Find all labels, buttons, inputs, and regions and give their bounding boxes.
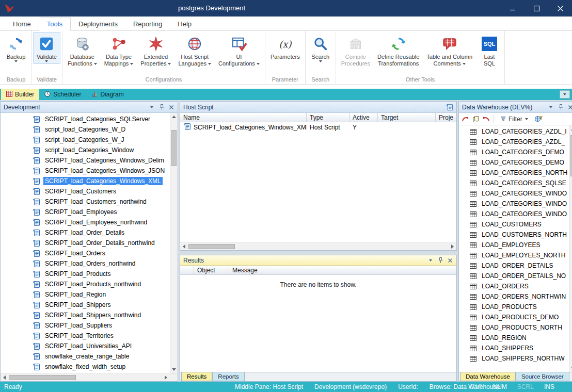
host-script-languages-button[interactable]: Host Script Languages [174,32,214,69]
tab-data-warehouse[interactable]: Data Warehouse [460,372,516,381]
minimize-button[interactable] [501,0,525,17]
close-icon[interactable] [168,104,174,110]
data-type-mappings-button[interactable]: Data Type Mappings [101,32,137,69]
script-tree-item[interactable]: snowflake_create_range_table [1,351,170,362]
table-and-column-comments-button[interactable]: Table and Column Comments [423,32,476,69]
script-tree-item[interactable]: SCRIPT_load_Employees_northwind [1,217,170,227]
script-tree-item[interactable]: SCRIPT_load_Customers [1,186,170,197]
table-tree-item[interactable]: LOAD_PRODUCTS_DEMO [459,312,569,322]
panel-menu-icon[interactable] [149,104,155,110]
script-tree-item[interactable]: SCRIPT_load_Territories [1,331,170,341]
search-button[interactable]: Search [307,32,334,64]
ui-configurations-button[interactable]: UI Configurations [215,32,263,69]
script-tree-item[interactable]: SCRIPT_load_Shippers_northwind [1,310,170,320]
table-tree-item[interactable]: LOAD_CATEGORIES_AZDL_ [459,137,569,147]
filter-globe-icon[interactable] [535,116,543,122]
script-tree-item[interactable]: SCRIPT_load_Order_Details [1,227,170,238]
pin-icon[interactable] [558,104,564,110]
table-tree-item[interactable]: LOAD_ORDERS_NORTHWIN [459,291,569,302]
table-tree-item[interactable]: LOAD_ORDER_DETAILS [459,260,569,271]
table-tree-item[interactable]: LOAD_CATEGORIES_NORTH [459,168,569,178]
close-icon[interactable] [567,104,572,110]
horizontal-scrollbar[interactable] [1,373,178,381]
tab-help[interactable]: Help [170,18,199,30]
tab-builder[interactable]: Builder [1,89,39,100]
tab-scheduler[interactable]: Scheduler [39,89,86,100]
tab-source-browser[interactable]: Source Browser [516,372,569,381]
table-tree-item[interactable]: LOAD_ORDERS [459,281,569,291]
script-tree-item[interactable]: SCRIPT_load_Universities_API [1,341,170,351]
script-tree-item[interactable]: script_load_Categories_W_D [1,124,170,135]
vertical-scrollbar[interactable] [170,113,178,373]
tab-reporting[interactable]: Reporting [125,18,170,30]
column-header-type[interactable]: Type [307,113,349,122]
tab-reports[interactable]: Reports [212,372,244,381]
horizontal-scrollbar[interactable] [180,242,456,250]
extended-properties-button[interactable]: Extended Properties [137,32,174,69]
script-tree-item[interactable]: SCRIPT_load_Products [1,269,170,279]
script-tree-item[interactable]: SCRIPT_load_Products_northwind [1,279,170,289]
table-tree-item[interactable]: LOAD_SHIPPERS_NORTHW [459,353,569,364]
script-tree-item[interactable]: SCRIPT_load_Order_Details_northwind [1,238,170,248]
table-tree-item[interactable]: LOAD_SHIPPERS [459,343,569,353]
table-tree-item[interactable]: LOAD_CATEGORIES_WINDO [459,199,569,209]
column-header-target[interactable]: Target [378,113,436,122]
last-sql-button[interactable]: SQL Last SQL [476,32,503,69]
view-tab-overflow-dropdown[interactable] [560,90,570,99]
filter-dropdown[interactable]: Filter [498,115,531,124]
script-tree-item[interactable]: SCRIPT_load_Categories_Windows_JSON [1,166,170,176]
vertical-scrollbar[interactable] [569,125,572,372]
database-functions-button[interactable]: Database Functions [64,32,101,69]
table-tree-item[interactable]: LOAD_EMPLOYEES [459,240,569,250]
column-header-blank[interactable] [180,266,194,274]
tab-tools[interactable]: Tools [39,18,71,31]
parameters-button[interactable]: (x) Parameters [267,32,304,62]
script-tree-item[interactable]: SCRIPT_load_Region [1,289,170,300]
script-tree-item[interactable]: SCRIPT_load_Customers_northwind [1,197,170,207]
script-tree-item[interactable]: SCRIPT_load_Orders_northwind [1,258,170,269]
maximize-button[interactable] [525,0,548,17]
table-tree-item[interactable]: LOAD_CUSTOMERS [459,219,569,230]
table-tree-item[interactable]: LOAD_CATEGORIES_SQLSE [459,178,569,188]
table-tree-item[interactable]: LOAD_CUSTOMERS_NORTH [459,230,569,240]
script-tree-item[interactable]: SCRIPT_load_Shippers [1,300,170,310]
table-tree-item[interactable]: LOAD_REGION [459,333,569,343]
script-tree-item[interactable]: SCRIPT_load_Orders [1,248,170,258]
panel-menu-icon[interactable] [427,257,434,264]
script-tree-item[interactable]: SCRIPT_load_Suppliers [1,320,170,331]
host-script-row[interactable]: SCRIPT_load_Categories_Windows_XML Host … [180,122,456,133]
tab-deployments[interactable]: Deployments [71,18,125,30]
column-header-active[interactable]: Active [349,113,378,122]
script-tree-item[interactable]: snowflake_fixed_width_setup [1,362,170,372]
script-tree-item[interactable]: SCRIPT_load_Categories_Windows_Delim [1,155,170,166]
table-tree-item[interactable]: LOAD_CATEGORIES_WINDO [459,188,569,199]
script-tree-item[interactable]: SCRIPT_load_Categories_Windows_XML [1,176,170,186]
define-reusable-transformations-button[interactable]: Define Reusable Transformations [374,32,423,69]
rebuild-browser-icon[interactable] [483,116,489,122]
tab-diagram[interactable]: Diagram [86,89,129,100]
splitter[interactable] [180,251,457,255]
column-header-object[interactable]: Object [194,266,229,274]
tab-home[interactable]: Home [5,18,39,30]
table-tree-item[interactable]: LOAD_CATEGORIES_WINDO [459,209,569,219]
validate-button[interactable]: Validate [33,32,60,64]
table-tree-item[interactable]: LOAD_ORDER_DETAILS_NO [459,271,569,281]
pin-icon[interactable] [158,104,165,110]
pin-icon[interactable] [437,257,443,264]
script-tree-item[interactable]: script_load_Categories_Window [1,145,170,155]
copy-icon[interactable] [473,116,479,122]
tab-results[interactable]: Results [181,372,212,381]
table-tree-item[interactable]: LOAD_CATEGORIES_AZDL_I [459,126,569,137]
column-header-project[interactable]: Proje [436,113,456,122]
table-tree-item[interactable]: LOAD_PRODUCTS [459,302,569,312]
column-header-message[interactable]: Message [229,266,456,274]
table-tree-item[interactable]: LOAD_CATEGORIES_DEMO [459,147,569,157]
close-icon[interactable] [447,257,453,264]
column-header-name[interactable]: Name [180,113,307,122]
panel-menu-icon[interactable] [548,104,554,110]
script-tree-item[interactable]: script_load_Categories_W_J [1,135,170,145]
table-tree-item[interactable]: LOAD_EMPLOYEES_NORTH [459,250,569,260]
table-tree-item[interactable]: LOAD_PRODUCTS_NORTH [459,322,569,333]
table-tree-item[interactable]: LOAD_CATEGORIES_DEMO [459,157,569,168]
backup-button[interactable]: Backup [3,32,29,64]
